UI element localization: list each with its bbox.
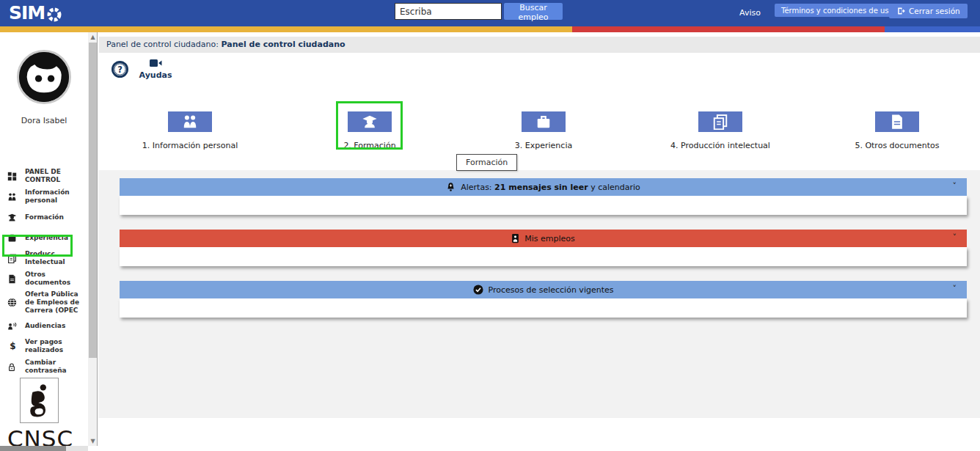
stripe-blue (885, 26, 980, 32)
sidebar-item-label: Cambiar contraseña (25, 359, 85, 375)
books-icon (698, 111, 742, 132)
sidebar-item-cambiar-contrasena[interactable]: Cambiar contraseña (0, 356, 88, 377)
sidebar-item-produccion-intelectual[interactable]: Producc. Intelectual (0, 248, 88, 268)
exit-icon (896, 7, 905, 15)
sidebar-item-experiencia[interactable]: Experiencia (0, 227, 88, 248)
sidebar-item-label: Oferta Pública de Empleos de Carrera (OP… (25, 290, 85, 315)
briefcase-icon (522, 111, 566, 132)
chevron-down-icon[interactable]: ˅ (953, 284, 957, 293)
sidebar-item-formacion[interactable]: Formación (0, 207, 88, 227)
cnsc-figure-icon (25, 383, 54, 418)
globe-icon (7, 298, 18, 307)
step-otros-documentos[interactable]: 5. Otros documentos (831, 111, 963, 150)
step-label: 1. Información personal (124, 141, 256, 150)
ayudas-label: Ayudas (136, 70, 175, 80)
simo-logo[interactable]: SIM (9, 2, 63, 23)
audience-icon (7, 321, 18, 331)
simo-logo-text: SIM (9, 2, 45, 23)
sidebar-item-label: Producc. Intelectual (25, 250, 85, 266)
search-jobs-button[interactable]: Buscar empleo (504, 3, 563, 20)
dashboard-panel-area: Alertas: 21 mensajes sin leer y calendar… (98, 170, 980, 418)
ayudas-button[interactable]: Ayudas (136, 59, 175, 80)
document-icon (7, 274, 18, 284)
lock-icon (7, 362, 18, 372)
step-label: 2. Formación (304, 141, 436, 150)
accordion-mis-empleos-header[interactable]: Mis empleos ˅ (120, 230, 967, 247)
sidebar-item-label: Otros documentos (25, 271, 85, 287)
scroll-up-arrow[interactable]: ▲ (88, 32, 98, 42)
terms-button[interactable]: Términos y condiciones de uso (775, 4, 900, 17)
sidebar-item-label: Información personal (25, 188, 85, 205)
chevron-down-icon[interactable]: ˅ (953, 232, 957, 242)
sidebar-item-informacion-personal[interactable]: Información personal (0, 186, 88, 207)
sidebar-item-opec[interactable]: Oferta Pública de Empleos de Carrera (OP… (0, 289, 88, 315)
simo-gear-icon (45, 5, 63, 23)
stripe-gold (0, 26, 572, 32)
svg-text:?: ? (117, 65, 122, 75)
main-content: Panel de control ciudadano: Panel de con… (98, 32, 980, 451)
badge-icon (511, 233, 519, 243)
cnsc-logo[interactable] (20, 378, 59, 423)
check-circle-icon (473, 285, 483, 295)
accordion-mis-empleos: Mis empleos ˅ (120, 230, 967, 266)
breadcrumb-current: Panel de control ciudadano (221, 40, 345, 49)
briefcase-icon (7, 233, 18, 243)
step-informacion-personal[interactable]: 1. Información personal (124, 111, 256, 150)
avatar-face-icon (19, 52, 69, 102)
sidebar-item-label: Formación (25, 213, 85, 221)
accordion-alertas: Alertas: 21 mensajes sin leer y calendar… (120, 178, 967, 215)
people-icon (7, 192, 18, 202)
sidebar-item-audiencias[interactable]: Audiencias (0, 315, 88, 336)
books-icon (7, 254, 18, 263)
video-camera-icon (136, 59, 175, 69)
breadcrumb: Panel de control ciudadano: Panel de con… (99, 37, 980, 53)
sidebar-hscrollbar[interactable] (0, 446, 88, 451)
step-experiencia[interactable]: 3. Experiencia (478, 111, 610, 150)
aviso-link[interactable]: Aviso (739, 8, 761, 18)
sidebar-item-label: Audiencias (25, 322, 85, 330)
accordion-mis-empleos-label: Mis empleos (524, 234, 575, 243)
step-label: 4. Producción intelectual (654, 141, 786, 150)
sidebar-item-otros-documentos[interactable]: Otros documentos (0, 268, 88, 289)
accordion-alertas-header[interactable]: Alertas: 21 mensajes sin leer y calendar… (120, 178, 967, 196)
people-icon (168, 111, 212, 132)
accordion-procesos-header[interactable]: Procesos de selección vigentes ˅ (120, 281, 967, 298)
sidebar-item-label: PANEL DE CONTROL (25, 168, 85, 184)
sidebar-menu: PANEL DE CONTROL Información personal Fo… (0, 166, 88, 377)
hscrollbar-thumb[interactable] (0, 446, 66, 451)
sidebar-scrollbar[interactable]: ▲ ▼ (88, 32, 98, 446)
search-input[interactable] (395, 3, 502, 20)
sidebar-item-label: Ver pagos realizados (25, 338, 85, 354)
accordion-alertas-body (120, 196, 967, 215)
avatar[interactable] (17, 50, 71, 104)
steps-row: 1. Información personal 2. Formación 3. … (98, 111, 980, 177)
step-label: 5. Otros documentos (831, 141, 963, 150)
sidebar-item-ver-pagos[interactable]: $ Ver pagos realizados (0, 336, 88, 356)
graduation-icon (7, 213, 18, 222)
scroll-down-arrow[interactable]: ▼ (88, 436, 98, 446)
dollar-icon: $ (7, 341, 18, 351)
help-icon[interactable]: ? (111, 61, 128, 78)
accordion-mis-empleos-body (120, 247, 967, 266)
accordion-procesos: Procesos de selección vigentes ˅ (120, 281, 967, 318)
formacion-tooltip: Formación (456, 154, 517, 171)
step-label: 3. Experiencia (478, 141, 610, 150)
accordion-alertas-label: Alertas: 21 mensajes sin leer y calendar… (461, 183, 640, 192)
scrollbar-thumb[interactable] (89, 43, 97, 358)
sidebar: Dora Isabel PANEL DE CONTROL Información… (0, 32, 88, 446)
breadcrumb-prefix: Panel de control ciudadano: (106, 40, 221, 49)
accordion-procesos-body (120, 298, 967, 318)
step-produccion-intelectual[interactable]: 4. Producción intelectual (654, 111, 786, 150)
graduation-icon (348, 111, 392, 132)
logout-button[interactable]: Cerrar sesión (889, 4, 968, 18)
stripe-red (572, 26, 885, 32)
chevron-down-icon[interactable]: ˅ (953, 181, 957, 191)
document-icon (875, 111, 919, 132)
sidebar-item-panel-de-control[interactable]: PANEL DE CONTROL (0, 166, 88, 186)
step-formacion[interactable]: 2. Formación (304, 111, 436, 150)
logout-label: Cerrar sesión (909, 7, 960, 15)
grid-icon (7, 172, 18, 181)
sidebar-item-label: Experiencia (25, 234, 85, 242)
top-header-bar: SIM Buscar empleo Aviso Términos y condi… (0, 0, 980, 26)
user-name: Dora Isabel (0, 116, 88, 125)
